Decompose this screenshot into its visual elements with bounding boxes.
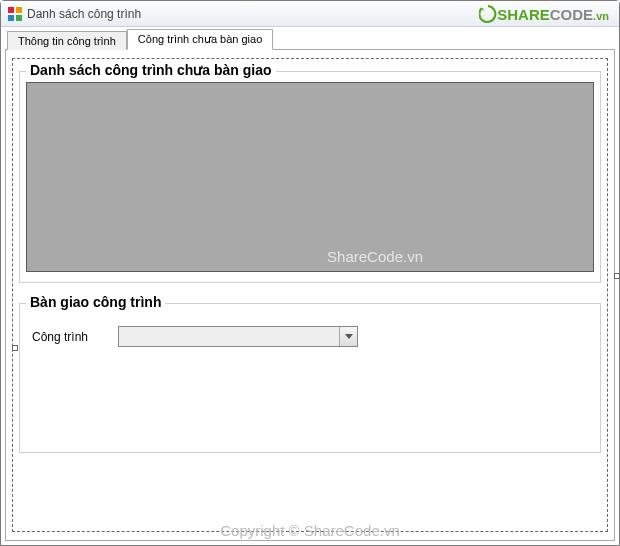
window-title: Danh sách công trình — [27, 7, 141, 21]
app-icon — [7, 6, 23, 22]
groupbox-title-handover: Bàn giao công trình — [26, 294, 165, 310]
form-row-project: Công trình — [26, 314, 594, 371]
datagrid-pending[interactable]: ShareCode.vn — [26, 82, 594, 272]
combo-project-input[interactable] — [119, 327, 339, 346]
tab-pending[interactable]: Công trình chưa bàn giao — [127, 29, 273, 50]
groupbox-handover: Bàn giao công trình Công trình — [19, 303, 601, 453]
tab-strip: Thông tin công trình Công trình chưa bàn… — [5, 28, 615, 50]
groupbox-pending-list: Danh sách công trình chưa bàn giao Share… — [19, 71, 601, 283]
resize-handle-left[interactable] — [12, 345, 18, 351]
chevron-down-icon — [345, 334, 353, 339]
combo-project-dropdown-button[interactable] — [339, 327, 357, 346]
tab-info[interactable]: Thông tin công trình — [7, 31, 127, 50]
selection-outline: Danh sách công trình chưa bàn giao Share… — [12, 58, 608, 532]
grid-watermark: ShareCode.vn — [327, 248, 423, 265]
combo-project[interactable] — [118, 326, 358, 347]
groupbox-title-pending: Danh sách công trình chưa bàn giao — [26, 62, 276, 78]
label-project: Công trình — [32, 330, 118, 344]
window-frame: Danh sách công trình SHARECODE.vn Thông … — [0, 0, 620, 546]
client-area: Thông tin công trình Công trình chưa bàn… — [5, 28, 615, 541]
footer-watermark: Copyright © ShareCode.vn — [1, 522, 619, 539]
sharecode-logo: SHARECODE.vn — [479, 5, 609, 23]
tab-panel-pending: Danh sách công trình chưa bàn giao Share… — [5, 50, 615, 541]
resize-handle-right[interactable] — [614, 273, 620, 279]
